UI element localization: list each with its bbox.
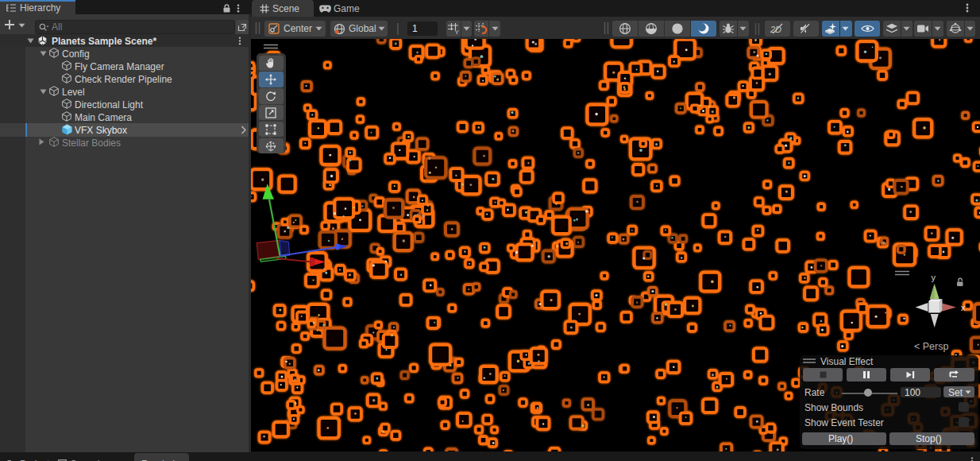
svg-text:y: y bbox=[932, 273, 936, 282]
svg-text:Y: Y bbox=[455, 29, 460, 35]
svg-text:< Persp: < Persp bbox=[914, 341, 948, 352]
svg-text:x: x bbox=[961, 303, 966, 312]
